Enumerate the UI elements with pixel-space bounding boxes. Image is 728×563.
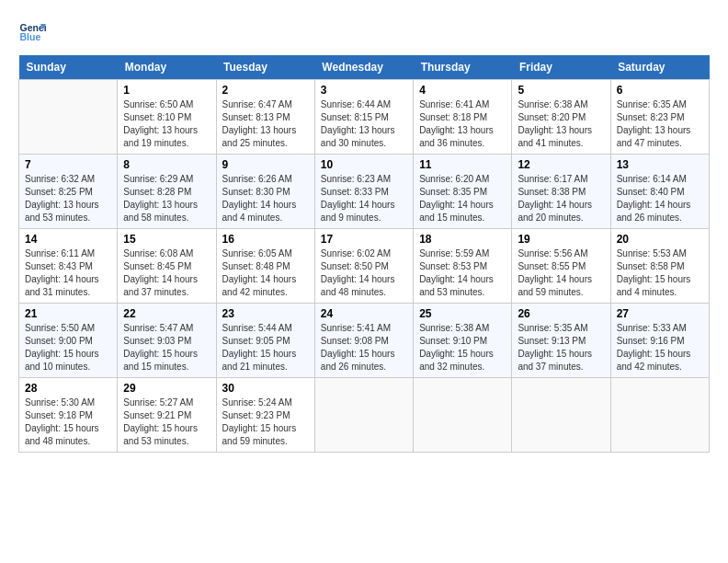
day-info: Sunrise: 6:41 AM Sunset: 8:18 PM Dayligh… [419,98,506,150]
calendar-cell: 29Sunrise: 5:27 AM Sunset: 9:21 PM Dayli… [118,378,216,453]
day-number: 8 [123,158,210,171]
day-info: Sunrise: 6:38 AM Sunset: 8:20 PM Dayligh… [518,98,604,150]
day-number: 19 [518,233,604,246]
calendar-cell: 4Sunrise: 6:41 AM Sunset: 8:18 PM Daylig… [414,80,512,155]
day-info: Sunrise: 5:38 AM Sunset: 9:10 PM Dayligh… [419,322,506,373]
calendar-cell: 8Sunrise: 6:29 AM Sunset: 8:28 PM Daylig… [118,155,216,229]
day-info: Sunrise: 5:50 AM Sunset: 9:00 PM Dayligh… [25,322,111,373]
week-row-4: 28Sunrise: 5:30 AM Sunset: 9:18 PM Dayli… [19,378,710,453]
day-header-thursday: Thursday [414,55,512,80]
calendar-cell: 19Sunrise: 5:56 AM Sunset: 8:55 PM Dayli… [512,229,610,304]
calendar-cell: 3Sunrise: 6:44 AM Sunset: 8:15 PM Daylig… [314,80,413,155]
day-number: 13 [617,158,703,171]
day-info: Sunrise: 6:20 AM Sunset: 8:35 PM Dayligh… [419,173,506,224]
day-number: 30 [222,382,309,395]
day-info: Sunrise: 6:44 AM Sunset: 8:15 PM Dayligh… [321,98,407,150]
calendar-cell: 15Sunrise: 6:08 AM Sunset: 8:45 PM Dayli… [118,229,216,304]
calendar-cell: 10Sunrise: 6:23 AM Sunset: 8:33 PM Dayli… [314,155,413,229]
day-number: 14 [25,233,111,246]
calendar-cell: 9Sunrise: 6:26 AM Sunset: 8:30 PM Daylig… [216,155,314,229]
calendar-cell [19,80,118,155]
day-number: 6 [617,84,703,97]
day-header-saturday: Saturday [610,55,709,80]
day-number: 4 [419,84,506,97]
week-row-3: 21Sunrise: 5:50 AM Sunset: 9:00 PM Dayli… [19,304,710,378]
day-info: Sunrise: 5:44 AM Sunset: 9:05 PM Dayligh… [222,322,309,373]
day-info: Sunrise: 6:47 AM Sunset: 8:13 PM Dayligh… [222,98,309,150]
day-header-tuesday: Tuesday [216,55,314,80]
calendar-cell: 21Sunrise: 5:50 AM Sunset: 9:00 PM Dayli… [19,304,118,378]
day-number: 26 [518,307,604,320]
day-header-wednesday: Wednesday [314,55,413,80]
header-row: SundayMondayTuesdayWednesdayThursdayFrid… [19,55,710,80]
calendar-cell: 5Sunrise: 6:38 AM Sunset: 8:20 PM Daylig… [512,80,610,155]
day-number: 3 [321,84,407,97]
calendar-cell: 13Sunrise: 6:14 AM Sunset: 8:40 PM Dayli… [610,155,709,229]
calendar-cell: 12Sunrise: 6:17 AM Sunset: 8:38 PM Dayli… [512,155,610,229]
calendar-cell [314,378,413,453]
day-number: 9 [222,158,309,171]
calendar-cell: 17Sunrise: 6:02 AM Sunset: 8:50 PM Dayli… [314,229,413,304]
day-info: Sunrise: 6:50 AM Sunset: 8:10 PM Dayligh… [123,98,210,150]
calendar-cell: 25Sunrise: 5:38 AM Sunset: 9:10 PM Dayli… [414,304,512,378]
calendar-cell [512,378,610,453]
day-info: Sunrise: 5:47 AM Sunset: 9:03 PM Dayligh… [123,322,210,373]
calendar-cell: 7Sunrise: 6:32 AM Sunset: 8:25 PM Daylig… [19,155,118,229]
day-header-sunday: Sunday [19,55,118,80]
day-header-monday: Monday [118,55,216,80]
day-info: Sunrise: 5:24 AM Sunset: 9:23 PM Dayligh… [222,396,309,448]
day-number: 12 [518,158,604,171]
day-number: 24 [321,307,407,320]
day-number: 7 [25,158,111,171]
calendar-cell: 1Sunrise: 6:50 AM Sunset: 8:10 PM Daylig… [118,80,216,155]
day-header-friday: Friday [512,55,610,80]
day-info: Sunrise: 5:27 AM Sunset: 9:21 PM Dayligh… [123,396,210,448]
day-number: 1 [123,84,210,97]
svg-text:Blue: Blue [20,31,41,42]
day-info: Sunrise: 6:35 AM Sunset: 8:23 PM Dayligh… [617,98,703,150]
calendar-cell: 27Sunrise: 5:33 AM Sunset: 9:16 PM Dayli… [610,304,709,378]
calendar-cell: 26Sunrise: 5:35 AM Sunset: 9:13 PM Dayli… [512,304,610,378]
day-number: 23 [222,307,309,320]
calendar-cell: 28Sunrise: 5:30 AM Sunset: 9:18 PM Dayli… [19,378,118,453]
day-number: 15 [123,233,210,246]
day-info: Sunrise: 5:33 AM Sunset: 9:16 PM Dayligh… [617,322,703,373]
calendar-cell: 14Sunrise: 6:11 AM Sunset: 8:43 PM Dayli… [19,229,118,304]
calendar-cell: 6Sunrise: 6:35 AM Sunset: 8:23 PM Daylig… [610,80,709,155]
logo-icon: General Blue [18,18,46,46]
day-number: 18 [419,233,506,246]
calendar-cell: 23Sunrise: 5:44 AM Sunset: 9:05 PM Dayli… [216,304,314,378]
day-number: 5 [518,84,604,97]
day-info: Sunrise: 6:32 AM Sunset: 8:25 PM Dayligh… [25,173,111,224]
day-number: 10 [321,158,407,171]
logo: General Blue [18,18,50,46]
day-info: Sunrise: 6:14 AM Sunset: 8:40 PM Dayligh… [617,173,703,224]
calendar-cell: 20Sunrise: 5:53 AM Sunset: 8:58 PM Dayli… [610,229,709,304]
day-number: 22 [123,307,210,320]
day-info: Sunrise: 6:26 AM Sunset: 8:30 PM Dayligh… [222,173,309,224]
day-info: Sunrise: 5:53 AM Sunset: 8:58 PM Dayligh… [617,247,703,299]
day-number: 25 [419,307,506,320]
day-info: Sunrise: 6:11 AM Sunset: 8:43 PM Dayligh… [25,247,111,299]
day-info: Sunrise: 5:59 AM Sunset: 8:53 PM Dayligh… [419,247,506,299]
week-row-2: 14Sunrise: 6:11 AM Sunset: 8:43 PM Dayli… [19,229,710,304]
day-number: 21 [25,307,111,320]
day-info: Sunrise: 6:23 AM Sunset: 8:33 PM Dayligh… [321,173,407,224]
calendar-cell [610,378,709,453]
calendar-cell: 30Sunrise: 5:24 AM Sunset: 9:23 PM Dayli… [216,378,314,453]
day-info: Sunrise: 6:05 AM Sunset: 8:48 PM Dayligh… [222,247,309,299]
day-number: 17 [321,233,407,246]
calendar-cell: 24Sunrise: 5:41 AM Sunset: 9:08 PM Dayli… [314,304,413,378]
day-number: 27 [617,307,703,320]
day-info: Sunrise: 6:29 AM Sunset: 8:28 PM Dayligh… [123,173,210,224]
day-info: Sunrise: 6:02 AM Sunset: 8:50 PM Dayligh… [321,247,407,299]
calendar-cell: 18Sunrise: 5:59 AM Sunset: 8:53 PM Dayli… [414,229,512,304]
page-header: General Blue [18,18,710,46]
calendar-table: SundayMondayTuesdayWednesdayThursdayFrid… [18,55,710,453]
day-number: 11 [419,158,506,171]
day-number: 29 [123,382,210,395]
calendar-cell: 11Sunrise: 6:20 AM Sunset: 8:35 PM Dayli… [414,155,512,229]
day-info: Sunrise: 6:08 AM Sunset: 8:45 PM Dayligh… [123,247,210,299]
day-info: Sunrise: 5:41 AM Sunset: 9:08 PM Dayligh… [321,322,407,373]
day-number: 16 [222,233,309,246]
